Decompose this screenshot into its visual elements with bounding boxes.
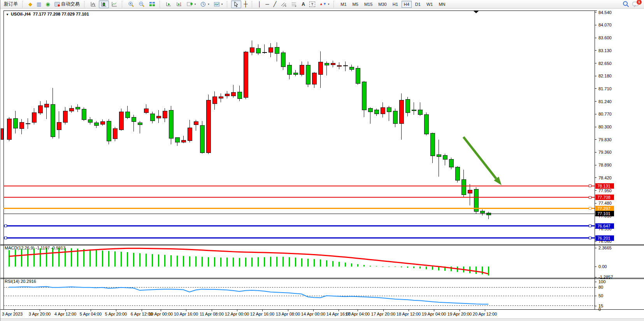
line-handle [589, 196, 591, 198]
horizontal-line-icon[interactable]: ─ [263, 0, 271, 8]
candle [100, 122, 105, 125]
timeframe-button-H4[interactable]: H4 [402, 1, 412, 8]
candle [75, 107, 80, 109]
bar-chart-icon[interactable] [88, 0, 98, 8]
crosshair-icon[interactable]: ┼ [242, 0, 249, 8]
auto-scroll-icon[interactable] [164, 0, 174, 8]
timeframe-button-D1[interactable]: D1 [413, 1, 423, 8]
candle [387, 108, 391, 112]
svg-text:E: E [285, 5, 286, 7]
bar-chart-icon [90, 1, 97, 7]
templates-icon[interactable]: ▾ [212, 0, 225, 8]
candle [219, 96, 223, 98]
chevron-down-icon[interactable]: ▾ [328, 3, 330, 6]
candle [156, 116, 161, 118]
candle [69, 108, 74, 111]
auto-scroll-icon [166, 1, 172, 7]
chart-shift-icon [176, 1, 182, 7]
tile-windows-icon[interactable] [147, 0, 157, 8]
timeframe-button-M15[interactable]: M15 [362, 1, 375, 8]
candle [275, 47, 279, 54]
timeframe-button-W1[interactable]: W1 [424, 1, 435, 8]
timeframe-button-M1[interactable]: M1 [338, 1, 349, 8]
market-watch-icon[interactable]: ◆ [26, 0, 34, 8]
candle [63, 111, 67, 123]
candle [113, 129, 117, 139]
channel-icon[interactable]: E [279, 0, 289, 8]
candle [262, 52, 267, 53]
autotrade-button[interactable]: 自动交易 [53, 0, 82, 8]
trend-arrow [463, 137, 496, 179]
candle [231, 93, 235, 96]
chart-canvas[interactable] [0, 0, 644, 321]
data-window-icon[interactable]: ▥ [35, 0, 43, 8]
cursor-icon[interactable] [231, 0, 241, 8]
symbol-label: USOil-,H4 [11, 12, 31, 16]
chevron-down-icon[interactable]: ▾ [221, 3, 223, 6]
candle [82, 109, 86, 120]
candle [225, 94, 229, 96]
periods-icon[interactable]: ▾ [198, 0, 211, 8]
candle [455, 167, 460, 181]
line-chart-icon[interactable] [109, 0, 119, 8]
macd-label: MACD(12,26,9) -1.1197 -0.9313 [5, 246, 65, 250]
symbol-dropdown-icon[interactable]: ▼ [6, 13, 9, 16]
candle [437, 155, 441, 157]
candle [312, 73, 316, 84]
navigator-icon[interactable]: ◉ [44, 0, 52, 8]
chevron-down-icon[interactable]: ▾ [195, 3, 196, 6]
candle [44, 104, 49, 107]
candle [412, 110, 416, 111]
fibonacci-icon[interactable]: F [289, 0, 299, 8]
candle [256, 49, 260, 53]
chart-shift-icon[interactable] [174, 0, 184, 8]
candle [13, 118, 18, 128]
candle [430, 133, 435, 156]
candle [393, 111, 397, 124]
zoom-in-icon [128, 1, 134, 7]
candlestick-chart-icon[interactable] [99, 0, 109, 8]
line-handle [4, 237, 7, 239]
autotrade-button-label: 自动交易 [61, 1, 80, 7]
zoom-in-icon[interactable] [126, 0, 136, 8]
timeframe-button-MN[interactable]: MN [436, 1, 447, 8]
timeframe-button-H1[interactable]: H1 [390, 1, 400, 8]
candle [88, 120, 92, 123]
zoom-out-icon[interactable] [137, 0, 147, 8]
line-handle [589, 207, 591, 210]
timeframe-button-M30[interactable]: M30 [376, 1, 389, 8]
periods-icon [200, 1, 206, 7]
chat-icon[interactable]: 1 [632, 1, 639, 7]
candle [144, 109, 148, 113]
chart-shift-marker [474, 11, 479, 13]
toolbar-separator [84, 1, 86, 7]
candle [356, 68, 360, 84]
window-bottom-edge [0, 318, 644, 321]
text-icon: A [302, 2, 305, 7]
line-handle [589, 225, 591, 227]
candle [368, 109, 372, 112]
indicators-icon[interactable]: ▾ [185, 0, 198, 8]
symbol-title[interactable]: ▼USOil-,H4 77.177 77.208 77.029 77.101 [6, 12, 89, 16]
new-order-button[interactable]: 新订单 [2, 0, 20, 8]
label-icon[interactable]: T [307, 0, 317, 8]
chevron-down-icon[interactable]: ▾ [208, 3, 209, 6]
mt4-terminal: 新订单◆▥◉自动交易▾▾▾┼│─╱EFAT▲▼▾M1M5M15M30H1H4D1… [0, 0, 644, 321]
data-window-icon: ▥ [37, 2, 41, 7]
candle [362, 82, 366, 110]
candle [57, 123, 61, 130]
svg-text:F: F [295, 5, 297, 7]
text-icon[interactable]: A [300, 0, 307, 8]
timeframe-button-M5[interactable]: M5 [350, 1, 361, 8]
notification-badge: 1 [636, 0, 642, 5]
line-handle [589, 185, 591, 187]
arrows-icon[interactable]: ▲▼▾ [318, 0, 331, 8]
search-icon[interactable] [623, 1, 629, 7]
line-handle [589, 237, 591, 239]
trendline-icon[interactable]: ╱ [271, 0, 278, 8]
candle [399, 100, 404, 124]
candle [206, 100, 211, 153]
horizontal-lines [4, 185, 595, 239]
vertical-line-icon[interactable]: │ [256, 0, 263, 8]
new-order-button-label: 新订单 [4, 1, 18, 7]
